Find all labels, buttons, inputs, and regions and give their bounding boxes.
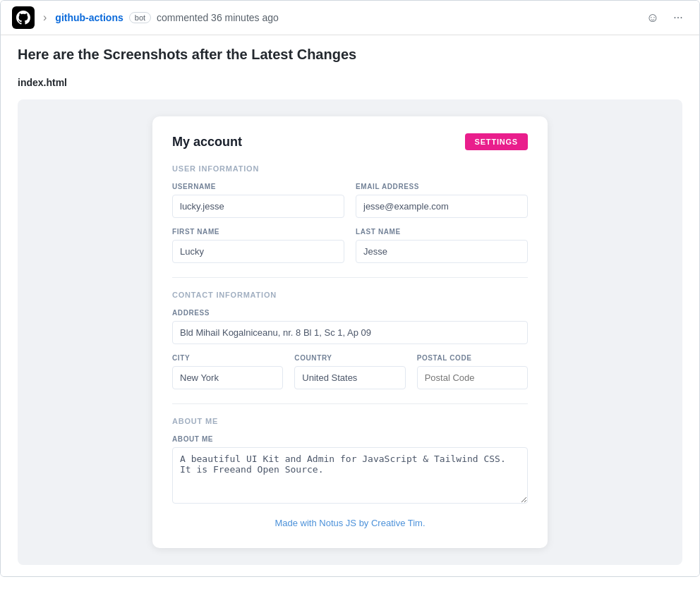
lastname-group: LAST NAME — [356, 228, 528, 263]
address-group: ADDRESS — [172, 309, 528, 344]
address-label: ADDRESS — [172, 309, 528, 317]
comment-actions: ☺ ··· — [643, 8, 688, 28]
address-row: ADDRESS — [172, 309, 528, 344]
username-group: USERNAME — [172, 183, 344, 218]
firstname-label: FIRST NAME — [172, 228, 344, 236]
country-input[interactable] — [294, 366, 405, 389]
contact-info-section: CONTACT INFORMATION ADDRESS CITY — [172, 291, 528, 389]
postal-label: POSTAL CODE — [417, 354, 528, 362]
user-info-section: USER INFORMATION USERNAME EMAIL ADDRESS — [172, 164, 528, 263]
contact-info-section-title: CONTACT INFORMATION — [172, 291, 528, 299]
user-info-section-title: USER INFORMATION — [172, 164, 528, 173]
commenter-username: github-actions — [55, 12, 123, 23]
section-divider-2 — [172, 403, 528, 404]
collapse-arrow[interactable]: › — [40, 11, 49, 24]
card-header: My account SETTINGS — [172, 133, 528, 150]
more-options-button[interactable]: ··· — [668, 8, 688, 28]
settings-button[interactable]: SETTINGS — [465, 133, 528, 150]
comment-heading: Here are the Screenshots after the Lates… — [18, 47, 682, 63]
city-group: CITY — [172, 354, 283, 389]
firstname-input[interactable] — [172, 240, 344, 263]
file-label: index.html — [18, 77, 682, 88]
github-logo-icon — [12, 6, 35, 29]
section-divider-1 — [172, 277, 528, 278]
comment-timestamp: commented 36 minutes ago — [157, 12, 637, 23]
email-label: EMAIL ADDRESS — [356, 183, 528, 190]
about-me-textarea[interactable]: A beautiful UI Kit and Admin for JavaScr… — [172, 447, 528, 504]
comment-container: › github-actions bot commented 36 minute… — [0, 0, 700, 577]
city-input[interactable] — [172, 366, 283, 389]
country-label: COUNTRY — [294, 354, 405, 362]
footer-text: Made with Notus JS by Creative Tim. — [274, 518, 425, 528]
address-input[interactable] — [172, 321, 528, 344]
city-label: CITY — [172, 354, 283, 362]
postal-input[interactable] — [417, 366, 528, 389]
lastname-label: LAST NAME — [356, 228, 528, 236]
postal-group: POSTAL CODE — [417, 354, 528, 389]
account-card: My account SETTINGS USER INFORMATION USE… — [152, 116, 548, 548]
card-title: My account — [172, 135, 242, 150]
about-me-label: ABOUT ME — [172, 435, 528, 443]
email-input[interactable] — [356, 195, 528, 218]
comment-header: › github-actions bot commented 36 minute… — [1, 1, 699, 35]
about-me-section-title: ABOUT ME — [172, 417, 528, 425]
emoji-button[interactable]: ☺ — [643, 8, 663, 28]
name-row: FIRST NAME LAST NAME — [172, 228, 528, 263]
username-input[interactable] — [172, 195, 344, 218]
about-me-row: ABOUT ME A beautiful UI Kit and Admin fo… — [172, 435, 528, 504]
username-email-row: USERNAME EMAIL ADDRESS — [172, 183, 528, 218]
about-me-group: ABOUT ME A beautiful UI Kit and Admin fo… — [172, 435, 528, 504]
city-country-postal-row: CITY COUNTRY POSTAL CODE — [172, 354, 528, 389]
card-footer: Made with Notus JS by Creative Tim. — [172, 518, 528, 528]
about-me-section: ABOUT ME ABOUT ME A beautiful UI Kit and… — [172, 417, 528, 504]
country-group: COUNTRY — [294, 354, 405, 389]
comment-body: Here are the Screenshots after the Lates… — [1, 35, 699, 576]
username-label: USERNAME — [172, 183, 344, 190]
bot-badge: bot — [129, 12, 151, 23]
lastname-input[interactable] — [356, 240, 528, 263]
firstname-group: FIRST NAME — [172, 228, 344, 263]
screenshot-wrapper: My account SETTINGS USER INFORMATION USE… — [18, 99, 682, 565]
email-group: EMAIL ADDRESS — [356, 183, 528, 218]
